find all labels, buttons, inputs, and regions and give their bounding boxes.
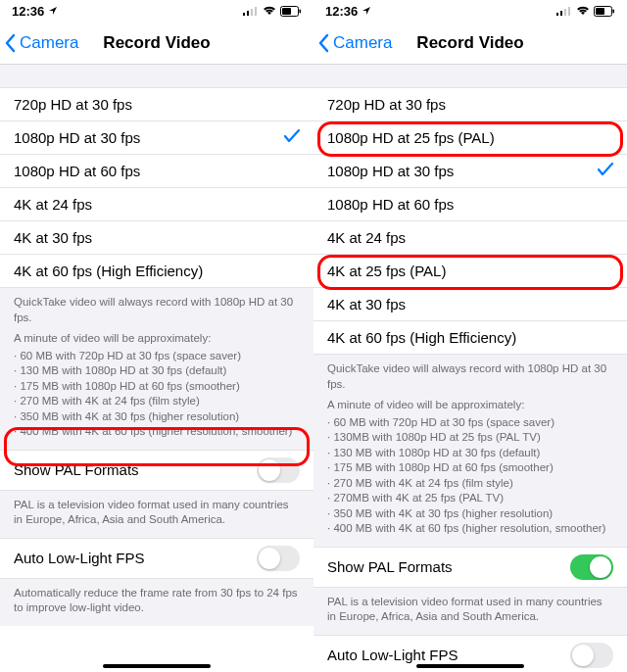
back-button[interactable]: Camera <box>314 33 392 53</box>
auto-low-light-toggle[interactable] <box>257 546 300 571</box>
pal-desc: PAL is a television video format used in… <box>314 588 627 635</box>
auto-low-light-desc: Automatically reduce the frame rate from… <box>0 579 314 626</box>
show-pal-formats-row[interactable]: Show PAL Formats <box>314 547 627 588</box>
checkmark-icon <box>598 163 613 179</box>
video-option-row[interactable]: 4K at 60 fps (High Efficiency) <box>314 321 627 355</box>
show-pal-formats-row[interactable]: Show PAL Formats <box>0 450 314 491</box>
svg-rect-6 <box>300 9 302 13</box>
signal-icon <box>243 6 259 16</box>
size-line: 175 MB with 1080p HD at 60 fps (smoother… <box>327 460 613 476</box>
size-line: 130MB with 1080p HD at 25 fps (PAL TV) <box>327 430 613 446</box>
video-option-label: 720p HD at 30 fps <box>327 96 446 113</box>
video-option-label: 4K at 24 fps <box>327 229 406 246</box>
status-bar: 12:36 <box>0 0 314 22</box>
video-option-label: 4K at 24 fps <box>14 196 92 213</box>
video-option-label: 1080p HD at 30 fps <box>327 163 454 179</box>
video-option-row[interactable]: 1080p HD at 60 fps <box>0 155 314 188</box>
video-option-label: 1080p HD at 60 fps <box>327 196 454 213</box>
video-option-row[interactable]: 720p HD at 30 fps <box>314 88 627 121</box>
size-footer: QuickTake video will always record with … <box>314 355 627 547</box>
quicktake-note: QuickTake video will always record with … <box>14 295 300 325</box>
battery-icon <box>280 6 302 17</box>
checkmark-icon <box>284 129 300 146</box>
pal-desc: PAL is a television video format used in… <box>0 491 314 538</box>
video-option-row[interactable]: 4K at 60 fps (High Efficiency) <box>0 255 314 288</box>
svg-rect-7 <box>556 13 558 16</box>
content-left: 720p HD at 30 fps1080p HD at 30 fps1080p… <box>0 65 314 672</box>
video-option-row[interactable]: 1080p HD at 25 fps (PAL) <box>314 121 627 155</box>
video-option-label: 4K at 25 fps (PAL) <box>327 263 446 279</box>
clock: 12:36 <box>12 4 44 19</box>
svg-rect-1 <box>247 11 249 16</box>
auto-low-light-toggle[interactable] <box>570 643 613 668</box>
size-line: 60 MB with 720p HD at 30 fps (space save… <box>14 349 300 364</box>
video-option-label: 720p HD at 30 fps <box>14 96 132 113</box>
wifi-icon <box>576 6 590 16</box>
chevron-left-icon <box>4 33 18 53</box>
group-spacer <box>314 65 627 88</box>
phone-left: 12:36 Camera Record Video 720p HD at 30 … <box>0 0 314 672</box>
video-option-row[interactable]: 4K at 30 fps <box>0 221 314 255</box>
show-pal-label: Show PAL Formats <box>14 461 139 478</box>
phone-right: 12:36 Camera Record Video 720p HD at 30 … <box>314 0 627 672</box>
video-option-row[interactable]: 1080p HD at 30 fps <box>0 121 314 155</box>
back-button[interactable]: Camera <box>0 33 78 53</box>
video-option-row[interactable]: 4K at 24 fps <box>0 188 314 221</box>
auto-low-light-label: Auto Low-Light FPS <box>14 550 144 566</box>
svg-rect-9 <box>564 9 566 16</box>
approx-intro: A minute of video will be approximately: <box>327 398 613 413</box>
location-icon <box>48 6 58 16</box>
chevron-left-icon <box>317 33 331 53</box>
video-option-row[interactable]: 4K at 25 fps (PAL) <box>314 255 627 288</box>
size-footer: QuickTake video will always record with … <box>0 288 314 450</box>
nav-bar: Camera Record Video <box>314 22 627 65</box>
size-line: 270MB with 4K at 25 fps (PAL TV) <box>327 491 613 506</box>
svg-rect-3 <box>255 7 257 16</box>
video-option-row[interactable]: 1080p HD at 30 fps <box>314 155 627 188</box>
video-option-row[interactable]: 1080p HD at 60 fps <box>314 188 627 221</box>
auto-low-light-label: Auto Low-Light FPS <box>327 647 458 663</box>
battery-icon <box>594 6 615 17</box>
video-option-label: 1080p HD at 60 fps <box>14 163 140 179</box>
approx-intro: A minute of video will be approximately: <box>14 331 300 347</box>
show-pal-label: Show PAL Formats <box>327 558 453 575</box>
svg-rect-2 <box>251 9 253 16</box>
nav-bar: Camera Record Video <box>0 22 314 65</box>
quicktake-note: QuickTake video will always record with … <box>327 361 613 392</box>
size-line: 400 MB with 4K at 60 fps (higher resolut… <box>14 424 300 440</box>
video-option-label: 4K at 30 fps <box>327 296 406 312</box>
home-indicator[interactable] <box>416 664 524 668</box>
svg-rect-0 <box>243 13 245 16</box>
size-line: 350 MB with 4K at 30 fps (higher resolut… <box>327 506 613 522</box>
back-label: Camera <box>333 33 392 53</box>
svg-rect-10 <box>568 7 570 16</box>
pal-toggle[interactable] <box>570 554 613 580</box>
group-spacer <box>0 65 314 88</box>
video-option-label: 4K at 30 fps <box>14 229 92 246</box>
video-option-label: 4K at 60 fps (High Efficiency) <box>327 329 516 346</box>
home-indicator[interactable] <box>103 664 211 668</box>
svg-rect-12 <box>596 8 604 15</box>
size-line: 175 MB with 1080p HD at 60 fps (smoother… <box>14 379 300 395</box>
svg-rect-13 <box>613 9 615 13</box>
content-right: 720p HD at 30 fps1080p HD at 25 fps (PAL… <box>314 65 627 672</box>
video-option-label: 4K at 60 fps (High Efficiency) <box>14 263 203 279</box>
video-option-row[interactable]: 4K at 30 fps <box>314 288 627 321</box>
svg-rect-8 <box>560 11 562 16</box>
wifi-icon <box>263 6 276 16</box>
status-bar: 12:36 <box>314 0 627 22</box>
video-option-label: 1080p HD at 25 fps (PAL) <box>327 129 495 146</box>
location-icon <box>362 6 371 16</box>
svg-rect-5 <box>282 8 291 15</box>
pal-toggle[interactable] <box>257 457 300 483</box>
video-option-row[interactable]: 720p HD at 30 fps <box>0 88 314 121</box>
auto-low-light-row[interactable]: Auto Low-Light FPS <box>0 538 314 579</box>
size-line: 130 MB with 1080p HD at 30 fps (default) <box>14 363 300 379</box>
video-option-label: 1080p HD at 30 fps <box>14 129 140 146</box>
size-line: 400 MB with 4K at 60 fps (higher resolut… <box>327 521 613 537</box>
video-option-row[interactable]: 4K at 24 fps <box>314 221 627 255</box>
back-label: Camera <box>20 33 78 53</box>
size-line: 270 MB with 4K at 24 fps (film style) <box>327 476 613 492</box>
clock: 12:36 <box>325 4 358 19</box>
size-line: 60 MB with 720p HD at 30 fps (space save… <box>327 415 613 431</box>
